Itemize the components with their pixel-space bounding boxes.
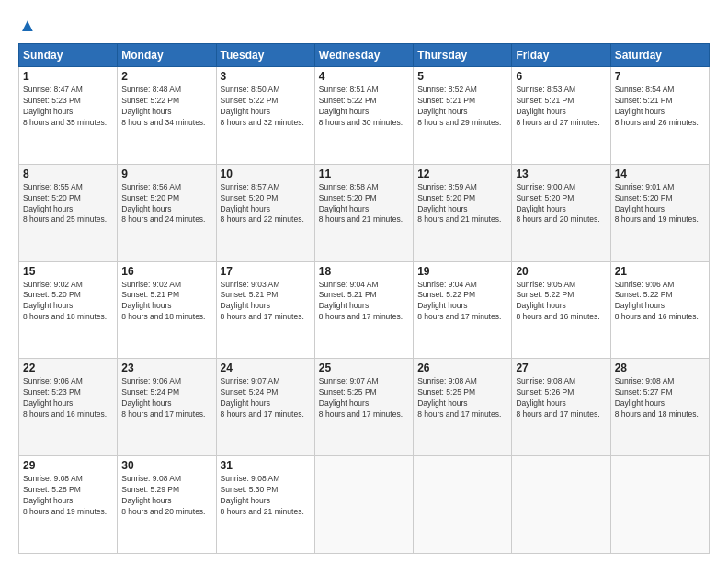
day-number: 17 (221, 265, 311, 278)
day-info: Sunrise: 9:05 AMSunset: 5:22 PMDaylight … (516, 280, 606, 324)
calendar-cell: 22Sunrise: 9:06 AMSunset: 5:23 PMDayligh… (19, 359, 118, 456)
day-info: Sunrise: 9:06 AMSunset: 5:24 PMDaylight … (121, 376, 211, 420)
calendar-cell: 16Sunrise: 9:02 AMSunset: 5:21 PMDayligh… (118, 261, 216, 359)
calendar-cell: 24Sunrise: 9:07 AMSunset: 5:24 PMDayligh… (216, 359, 314, 456)
day-number: 14 (615, 167, 705, 180)
day-info: Sunrise: 8:53 AMSunset: 5:21 PMDaylight … (516, 85, 606, 129)
day-info: Sunrise: 9:06 AMSunset: 5:23 PMDaylight … (23, 376, 113, 420)
day-info: Sunrise: 8:58 AMSunset: 5:20 PMDaylight … (319, 182, 409, 226)
week-row-3: 15Sunrise: 9:02 AMSunset: 5:20 PMDayligh… (19, 261, 710, 359)
calendar-header: SundayMondayTuesdayWednesdayThursdayFrid… (19, 44, 710, 67)
day-info: Sunrise: 9:02 AMSunset: 5:20 PMDaylight … (23, 280, 113, 324)
calendar-cell: 30Sunrise: 9:08 AMSunset: 5:29 PMDayligh… (118, 456, 216, 554)
calendar-cell: 31Sunrise: 9:08 AMSunset: 5:30 PMDayligh… (216, 456, 314, 554)
calendar-cell: 4Sunrise: 8:51 AMSunset: 5:22 PMDaylight… (314, 67, 413, 165)
day-header-sunday: Sunday (19, 44, 118, 67)
day-number: 29 (23, 459, 113, 472)
day-header-row: SundayMondayTuesdayWednesdayThursdayFrid… (19, 44, 710, 67)
day-number: 20 (516, 265, 606, 278)
day-number: 22 (23, 362, 113, 374)
day-info: Sunrise: 8:52 AMSunset: 5:21 PMDaylight … (417, 85, 507, 129)
day-number: 9 (121, 167, 211, 180)
week-row-1: 1Sunrise: 8:47 AMSunset: 5:23 PMDaylight… (19, 67, 710, 165)
day-info: Sunrise: 8:54 AMSunset: 5:21 PMDaylight … (615, 85, 705, 129)
day-info: Sunrise: 8:55 AMSunset: 5:20 PMDaylight … (23, 182, 113, 226)
logo: ▲ (18, 15, 44, 36)
calendar-cell: 19Sunrise: 9:04 AMSunset: 5:22 PMDayligh… (414, 261, 512, 359)
logo-icon: ▲ (18, 15, 37, 36)
day-info: Sunrise: 8:57 AMSunset: 5:20 PMDaylight … (221, 182, 311, 226)
calendar-cell: 11Sunrise: 8:58 AMSunset: 5:20 PMDayligh… (314, 164, 413, 261)
day-number: 28 (615, 362, 705, 374)
day-info: Sunrise: 9:04 AMSunset: 5:21 PMDaylight … (319, 280, 409, 324)
calendar-cell: 7Sunrise: 8:54 AMSunset: 5:21 PMDaylight… (610, 67, 709, 165)
calendar-cell: 25Sunrise: 9:07 AMSunset: 5:25 PMDayligh… (314, 359, 413, 456)
calendar-cell (512, 456, 610, 554)
day-header-thursday: Thursday (414, 44, 512, 67)
day-header-saturday: Saturday (610, 44, 709, 67)
day-number: 3 (221, 70, 311, 83)
calendar: SundayMondayTuesdayWednesdayThursdayFrid… (18, 43, 710, 554)
day-number: 10 (221, 167, 311, 180)
day-number: 19 (417, 265, 507, 278)
day-info: Sunrise: 8:48 AMSunset: 5:22 PMDaylight … (121, 85, 211, 129)
week-row-5: 29Sunrise: 9:08 AMSunset: 5:28 PMDayligh… (19, 456, 710, 554)
day-number: 4 (319, 70, 409, 83)
calendar-cell: 9Sunrise: 8:56 AMSunset: 5:20 PMDaylight… (118, 164, 216, 261)
calendar-cell: 5Sunrise: 8:52 AMSunset: 5:21 PMDaylight… (414, 67, 512, 165)
calendar-cell: 3Sunrise: 8:50 AMSunset: 5:22 PMDaylight… (216, 67, 314, 165)
day-info: Sunrise: 9:01 AMSunset: 5:20 PMDaylight … (615, 182, 705, 226)
day-info: Sunrise: 9:07 AMSunset: 5:24 PMDaylight … (221, 376, 311, 420)
calendar-cell: 26Sunrise: 9:08 AMSunset: 5:25 PMDayligh… (414, 359, 512, 456)
calendar-cell: 12Sunrise: 8:59 AMSunset: 5:20 PMDayligh… (414, 164, 512, 261)
day-number: 7 (615, 70, 705, 83)
day-number: 23 (121, 362, 211, 374)
week-row-2: 8Sunrise: 8:55 AMSunset: 5:20 PMDaylight… (19, 164, 710, 261)
calendar-cell: 14Sunrise: 9:01 AMSunset: 5:20 PMDayligh… (610, 164, 709, 261)
day-number: 21 (615, 265, 705, 278)
header: ▲ (18, 15, 710, 36)
day-info: Sunrise: 9:08 AMSunset: 5:28 PMDaylight … (23, 474, 113, 518)
day-info: Sunrise: 8:59 AMSunset: 5:20 PMDaylight … (417, 182, 507, 226)
calendar-cell (414, 456, 512, 554)
calendar-cell: 15Sunrise: 9:02 AMSunset: 5:20 PMDayligh… (19, 261, 118, 359)
day-number: 6 (516, 70, 606, 83)
calendar-cell: 10Sunrise: 8:57 AMSunset: 5:20 PMDayligh… (216, 164, 314, 261)
day-info: Sunrise: 9:08 AMSunset: 5:27 PMDaylight … (615, 376, 705, 420)
calendar-cell (314, 456, 413, 554)
day-number: 2 (121, 70, 211, 83)
calendar-cell: 23Sunrise: 9:06 AMSunset: 5:24 PMDayligh… (118, 359, 216, 456)
day-number: 31 (221, 459, 311, 472)
day-number: 13 (516, 167, 606, 180)
logo-area: ▲ (18, 15, 44, 36)
page: ▲ SundayMondayTuesdayWednesdayThursdayFr… (0, 0, 728, 563)
day-info: Sunrise: 8:56 AMSunset: 5:20 PMDaylight … (121, 182, 211, 226)
calendar-cell: 8Sunrise: 8:55 AMSunset: 5:20 PMDaylight… (19, 164, 118, 261)
calendar-cell: 18Sunrise: 9:04 AMSunset: 5:21 PMDayligh… (314, 261, 413, 359)
day-header-wednesday: Wednesday (314, 44, 413, 67)
calendar-cell: 27Sunrise: 9:08 AMSunset: 5:26 PMDayligh… (512, 359, 610, 456)
day-number: 25 (319, 362, 409, 374)
week-row-4: 22Sunrise: 9:06 AMSunset: 5:23 PMDayligh… (19, 359, 710, 456)
day-header-friday: Friday (512, 44, 610, 67)
day-number: 26 (417, 362, 507, 374)
day-info: Sunrise: 9:00 AMSunset: 5:20 PMDaylight … (516, 182, 606, 226)
day-info: Sunrise: 9:02 AMSunset: 5:21 PMDaylight … (121, 280, 211, 324)
calendar-cell: 29Sunrise: 9:08 AMSunset: 5:28 PMDayligh… (19, 456, 118, 554)
calendar-cell: 2Sunrise: 8:48 AMSunset: 5:22 PMDaylight… (118, 67, 216, 165)
day-number: 15 (23, 265, 113, 278)
day-info: Sunrise: 9:06 AMSunset: 5:22 PMDaylight … (615, 280, 705, 324)
day-number: 27 (516, 362, 606, 374)
day-info: Sunrise: 9:08 AMSunset: 5:29 PMDaylight … (121, 474, 211, 518)
day-number: 24 (221, 362, 311, 374)
calendar-cell: 13Sunrise: 9:00 AMSunset: 5:20 PMDayligh… (512, 164, 610, 261)
calendar-cell (610, 456, 709, 554)
day-info: Sunrise: 8:51 AMSunset: 5:22 PMDaylight … (319, 85, 409, 129)
day-number: 12 (417, 167, 507, 180)
calendar-cell: 1Sunrise: 8:47 AMSunset: 5:23 PMDaylight… (19, 67, 118, 165)
day-number: 16 (121, 265, 211, 278)
day-header-tuesday: Tuesday (216, 44, 314, 67)
calendar-cell: 6Sunrise: 8:53 AMSunset: 5:21 PMDaylight… (512, 67, 610, 165)
day-info: Sunrise: 9:04 AMSunset: 5:22 PMDaylight … (417, 280, 507, 324)
day-header-monday: Monday (118, 44, 216, 67)
